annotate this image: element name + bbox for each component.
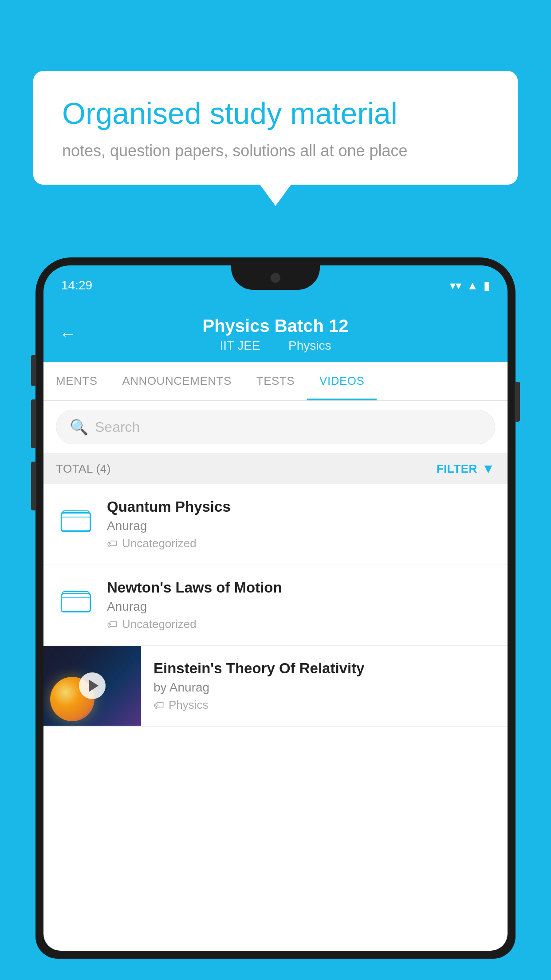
speech-bubble-wrapper: Organised study material notes, question… [33, 71, 518, 185]
header-subtitle: IIT JEE Physics [61, 339, 490, 353]
video-title: Quantum Physics [107, 498, 495, 515]
wifi-icon: ▾▾ [450, 279, 461, 292]
folder-icon [60, 586, 91, 617]
search-container: 🔍 Search [43, 401, 508, 453]
tag-label: Uncategorized [122, 617, 197, 631]
tab-announcements[interactable]: ANNOUNCEMENTS [110, 362, 244, 400]
filter-label: FILTER [437, 462, 477, 476]
status-time: 14:29 [61, 278, 92, 292]
tabs-bar: MENTS ANNOUNCEMENTS TESTS VIDEOS [43, 362, 508, 401]
folder-icon [60, 505, 91, 536]
tag-label: Physics [169, 698, 209, 712]
video-author: by Anurag [153, 680, 495, 695]
signal-icon: ▲ [467, 279, 478, 292]
bubble-title: Organised study material [62, 95, 489, 132]
list-item[interactable]: Einstein's Theory Of Relativity by Anura… [43, 646, 508, 727]
video-info: Einstein's Theory Of Relativity by Anura… [141, 646, 508, 726]
video-info: Newton's Laws of Motion Anurag 🏷 Uncateg… [107, 579, 495, 631]
video-tag: 🏷 Physics [153, 698, 495, 712]
video-list: Quantum Physics Anurag 🏷 Uncategorized [43, 484, 508, 727]
video-thumbnail [43, 646, 141, 726]
filter-bar: TOTAL (4) FILTER ▼ [43, 453, 508, 484]
battery-icon: ▮ [484, 279, 490, 292]
header-subtitle-sep [273, 339, 280, 352]
header-title: Physics Batch 12 [61, 316, 490, 336]
notch [231, 265, 320, 290]
folder-icon-wrapper [56, 581, 96, 621]
list-item[interactable]: Newton's Laws of Motion Anurag 🏷 Uncateg… [43, 565, 508, 646]
phone-screen: ← Physics Batch 12 IIT JEE Physics MENTS… [43, 305, 508, 951]
svg-rect-7 [61, 594, 90, 612]
phone-outer: 14:29 ▾▾ ▲ ▮ ← Physics Batch 12 IIT JEE … [35, 257, 516, 959]
tab-ments[interactable]: MENTS [43, 362, 110, 400]
tag-icon: 🏷 [107, 537, 118, 550]
video-info: Quantum Physics Anurag 🏷 Uncategorized [107, 498, 495, 550]
video-tag: 🏷 Uncategorized [107, 537, 495, 550]
search-icon: 🔍 [70, 418, 88, 436]
status-bar: 14:29 ▾▾ ▲ ▮ [43, 265, 508, 305]
tag-icon: 🏷 [107, 618, 118, 631]
video-title: Newton's Laws of Motion [107, 579, 495, 596]
search-input[interactable]: Search [95, 419, 140, 435]
video-author: Anurag [107, 600, 495, 614]
app-header: ← Physics Batch 12 IIT JEE Physics [43, 305, 508, 362]
header-subtitle-iitjee: IIT JEE [220, 339, 260, 352]
tag-icon: 🏷 [153, 699, 164, 711]
bubble-subtitle: notes, question papers, solutions all at… [62, 142, 489, 160]
tab-videos[interactable]: VIDEOS [307, 362, 377, 400]
speech-bubble: Organised study material notes, question… [33, 71, 518, 185]
tab-tests[interactable]: TESTS [244, 362, 307, 400]
search-bar[interactable]: 🔍 Search [56, 410, 495, 444]
tag-label: Uncategorized [122, 537, 197, 550]
folder-icon-wrapper [56, 501, 96, 541]
camera [271, 273, 280, 283]
video-author: Anurag [107, 519, 495, 533]
volume-down-button[interactable] [31, 399, 36, 448]
total-count: TOTAL (4) [56, 462, 111, 476]
phone-wrapper: 14:29 ▾▾ ▲ ▮ ← Physics Batch 12 IIT JEE … [35, 257, 516, 980]
filter-icon: ▼ [482, 461, 495, 476]
video-tag: 🏷 Uncategorized [107, 617, 495, 631]
play-button[interactable] [79, 672, 106, 699]
status-icons: ▾▾ ▲ ▮ [450, 279, 490, 292]
list-item[interactable]: Quantum Physics Anurag 🏷 Uncategorized [43, 484, 508, 565]
header-subtitle-physics: Physics [288, 339, 331, 352]
filter-button[interactable]: FILTER ▼ [437, 461, 495, 476]
volume-up-button[interactable] [31, 355, 36, 386]
video-title: Einstein's Theory Of Relativity [153, 660, 495, 677]
power-button[interactable] [515, 382, 520, 422]
play-icon [89, 680, 98, 692]
back-button[interactable]: ← [59, 324, 77, 344]
silent-button[interactable] [31, 462, 36, 510]
svg-rect-4 [61, 513, 90, 531]
